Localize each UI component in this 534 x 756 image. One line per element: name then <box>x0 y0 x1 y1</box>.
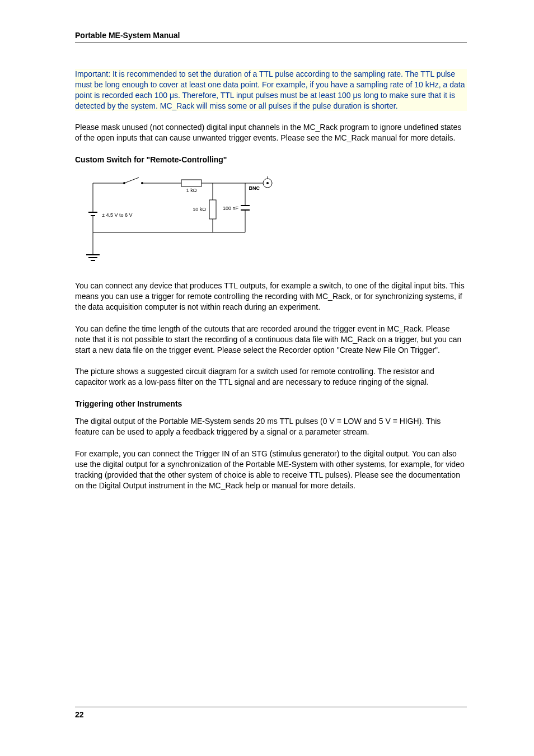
custom-p3: The picture shows a suggested circuit di… <box>75 366 467 388</box>
custom-p1: You can connect any device that produces… <box>75 281 467 312</box>
battery-label: ± 4.5 V to 6 V <box>102 212 132 218</box>
circuit-svg: 1 kΩ BNC 10 kΩ 100 nF ± 4.5 V to <box>75 172 277 267</box>
c1-label: 100 nF <box>223 206 239 211</box>
circuit-diagram: 1 kΩ BNC 10 kΩ 100 nF ± 4.5 V to <box>75 172 277 267</box>
page-number: 22 <box>75 710 84 719</box>
mask-note: Please mask unused (not connected) digit… <box>75 122 467 143</box>
custom-p2: You can define the time length of the cu… <box>75 324 467 356</box>
trigger-p1: The digital output of the Portable ME-Sy… <box>75 416 467 437</box>
triggering-heading: Triggering other Instruments <box>75 399 467 409</box>
r2-label: 10 kΩ <box>193 207 206 212</box>
important-note: Important: It is recommended to set the … <box>75 69 467 111</box>
r1-label: 1 kΩ <box>186 188 197 193</box>
svg-point-5 <box>266 182 269 184</box>
page-header-title: Portable ME-System Manual <box>75 30 467 43</box>
trigger-p2: For example, you can connect the Trigger… <box>75 449 467 491</box>
svg-line-2 <box>124 178 139 183</box>
custom-switch-heading: Custom Switch for "Remote-Controlling" <box>75 155 467 165</box>
bnc-label: BNC <box>249 185 260 191</box>
resistor-r1 <box>181 180 202 186</box>
resistor-r2 <box>209 200 216 219</box>
